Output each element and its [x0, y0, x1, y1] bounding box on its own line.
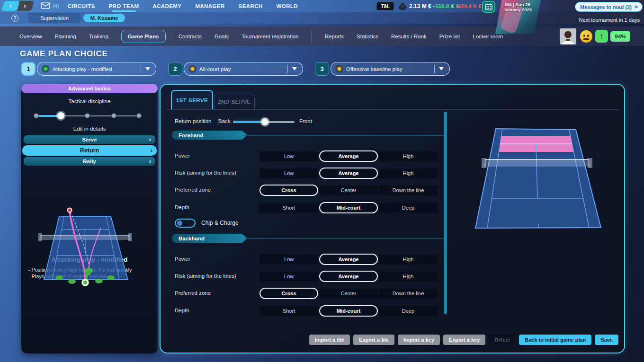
backhand-risk-low[interactable]: Low: [259, 272, 318, 282]
supervision-tab[interactable]: Supervision: [28, 13, 80, 23]
tab-game-plans[interactable]: Game Plans: [121, 30, 166, 43]
next-tournament-status: Next tournament in 1 days: [579, 17, 640, 23]
plan-1-badge[interactable]: 1: [21, 62, 36, 76]
nav-manager[interactable]: MANAGER: [195, 3, 224, 9]
supervision-label: Supervision: [40, 15, 69, 21]
slider-tick[interactable]: [34, 114, 38, 118]
backhand-depth-deep[interactable]: Deep: [379, 306, 438, 316]
delete-button[interactable]: Delete: [489, 335, 516, 345]
rally-section-button[interactable]: Rally ›: [24, 157, 155, 166]
messages-button[interactable]: Messages to read (2) »: [575, 2, 643, 12]
tab-1st-serve[interactable]: 1ST SERVE: [171, 90, 213, 109]
forehand-zone-down-the-line[interactable]: Down the line: [379, 185, 438, 195]
plan-3-badge[interactable]: 3: [315, 62, 329, 76]
tab-training[interactable]: Training: [89, 34, 108, 39]
tab-goals[interactable]: Goals: [215, 34, 229, 39]
plan-1-dropdown[interactable]: Attacking play - modified: [37, 62, 156, 76]
forehand-depth-deep[interactable]: Deep: [379, 203, 438, 213]
backhand-zone-down-the-line[interactable]: Down the line: [379, 289, 438, 299]
tab-statistics[interactable]: Statistics: [357, 34, 378, 39]
forehand-risk-average[interactable]: Average: [319, 168, 378, 179]
chip-and-charge-toggle[interactable]: [175, 219, 196, 228]
export-key-button[interactable]: Export a key: [443, 335, 485, 345]
return-section-button[interactable]: Return ›: [22, 145, 157, 156]
return-position-row: Return position Back Front: [161, 117, 454, 126]
backhand-zone-center[interactable]: Center: [319, 289, 378, 299]
tab-prize-list[interactable]: Prize list: [439, 34, 460, 39]
nav-pro-team[interactable]: PRO TEAM: [109, 3, 139, 9]
slider-handle[interactable]: [261, 118, 268, 125]
form-up-arrow-icon[interactable]: ↑: [595, 30, 608, 43]
backhand-depth-short[interactable]: Short: [259, 306, 318, 316]
row-label: Power: [175, 153, 190, 159]
row-label: Preferred zone: [175, 187, 211, 193]
backhand-section-banner: Backhand: [172, 234, 248, 243]
backhand-title: Backhand: [179, 236, 205, 241]
forehand-power-low[interactable]: Low: [259, 151, 318, 161]
backhand-power-low[interactable]: Low: [259, 255, 318, 265]
backhand-power-high[interactable]: High: [379, 255, 438, 265]
sub-bar: ? Supervision M. Kouame: [0, 12, 644, 24]
tab-contracts[interactable]: Contracts: [179, 34, 202, 39]
advanced-tactics-header: Advanced tactics: [21, 84, 158, 93]
backhand-risk-high[interactable]: High: [379, 272, 438, 282]
forehand-risk-low[interactable]: Low: [259, 168, 318, 178]
nav-academy[interactable]: ACADEMY: [152, 3, 181, 9]
plan-3-status-icon: [337, 66, 342, 71]
help-icon[interactable]: ?: [11, 15, 18, 22]
mail-button[interactable]: (4): [41, 2, 59, 9]
back-to-initial-game-plan-button[interactable]: Back to initial game plan: [519, 335, 591, 345]
forehand-risk-high[interactable]: High: [379, 168, 438, 178]
return-position-slider[interactable]: [233, 118, 295, 125]
tab-planning[interactable]: Planning: [55, 34, 76, 39]
tab-results-rank[interactable]: Results / Rank: [391, 34, 427, 39]
tactical-discipline-slider[interactable]: [34, 112, 141, 119]
backhand-zone-cross[interactable]: Cross: [259, 288, 318, 299]
plan-2-dropdown[interactable]: All-court play: [184, 62, 303, 76]
nav-search[interactable]: SEARCH: [239, 3, 263, 9]
slider-handle[interactable]: [57, 112, 64, 119]
gain-loss-slash: /: [452, 3, 453, 9]
slider-tick[interactable]: [137, 114, 141, 118]
import-file-button[interactable]: Import a file: [309, 335, 350, 345]
chevron-right-icon: ›: [149, 136, 151, 143]
backhand-risk-average[interactable]: Average: [319, 271, 378, 282]
backhand-power-average[interactable]: Average: [319, 254, 378, 265]
nav-world[interactable]: WORLD: [277, 3, 298, 9]
plan-1-status-icon: [43, 66, 48, 71]
save-button[interactable]: Save: [595, 335, 618, 345]
forehand-depth-mid-court[interactable]: Mid-court: [319, 202, 378, 213]
import-key-button[interactable]: Import a key: [398, 335, 440, 345]
slider-tick[interactable]: [85, 114, 89, 118]
nav-circuits[interactable]: CIRCUITS: [68, 3, 95, 9]
tab-locker-room[interactable]: Locker room: [473, 34, 503, 39]
forehand-power-average[interactable]: Average: [319, 150, 378, 162]
calendar-button[interactable]: [482, 1, 495, 13]
row-label: Depth: [175, 204, 189, 210]
forehand-depth-short[interactable]: Short: [259, 203, 318, 213]
return-front-label: Front: [299, 118, 312, 124]
messages-label: Messages to read (2): [575, 4, 635, 10]
player-avatar[interactable]: [560, 28, 576, 44]
mood-icon[interactable]: [580, 30, 592, 43]
back-button[interactable]: ‹: [1, 1, 20, 11]
plan-2-badge[interactable]: 2: [168, 62, 182, 76]
tab-tournament-registration[interactable]: Tournament registration: [242, 34, 299, 39]
plan-3-dropdown[interactable]: Offensive baseline play: [331, 62, 450, 76]
plan-2-label: All-court play: [199, 66, 287, 72]
forehand-power-high[interactable]: High: [379, 151, 438, 161]
vertical-scrollbar[interactable]: [444, 112, 447, 314]
serve-section-button[interactable]: Serve ›: [24, 135, 155, 144]
forehand-zone-cross[interactable]: Cross: [259, 185, 318, 196]
export-file-button[interactable]: Export a file: [353, 335, 394, 345]
backhand-depth-mid-court[interactable]: Mid-court: [319, 305, 378, 317]
tab-overview[interactable]: Overview: [19, 34, 42, 39]
forehand-zone-center[interactable]: Center: [319, 185, 378, 195]
slider-track-empty: [61, 115, 141, 117]
slider-tick[interactable]: [112, 114, 116, 118]
player-name-pill[interactable]: M. Kouame: [83, 14, 125, 22]
row-label: Depth: [175, 308, 189, 313]
tab-reports[interactable]: Reports: [325, 34, 344, 39]
tab-2nd-serve[interactable]: 2ND SERVE: [214, 94, 255, 109]
tab-2nd-serve-label: 2ND SERVE: [218, 99, 250, 105]
